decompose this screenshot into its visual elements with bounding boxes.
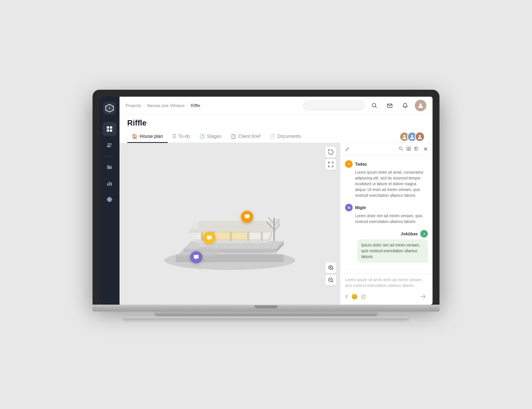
message-text-2: Lorem dolor nim ad minim veniam, quis no… bbox=[345, 213, 428, 225]
breadcrumb-projects[interactable]: Projects bbox=[126, 103, 141, 108]
canvas-area[interactable] bbox=[120, 143, 340, 305]
svg-rect-3 bbox=[107, 129, 109, 132]
tab-house-plan-label: House plan bbox=[140, 134, 163, 139]
breadcrumb-current: Riffle bbox=[191, 103, 200, 108]
svg-point-10 bbox=[372, 104, 376, 107]
todo-icon: ☰ bbox=[172, 134, 177, 139]
stages-icon: 🕐 bbox=[199, 134, 205, 139]
hashtag-icon[interactable]: # bbox=[345, 293, 348, 300]
sidebar bbox=[99, 97, 120, 305]
tab-house-plan[interactable]: 🏠 House plan bbox=[127, 131, 168, 143]
tab-client-brief-label: Client brief bbox=[238, 134, 260, 139]
user-avatar[interactable] bbox=[415, 100, 426, 111]
documents-icon: 📄 bbox=[269, 134, 275, 139]
sidebar-item-settings[interactable] bbox=[103, 193, 116, 206]
chat-message-3: J Jokūbas Ipsum dolor nim ad minim venia… bbox=[345, 230, 428, 263]
svg-point-6 bbox=[110, 143, 112, 145]
tab-todo-label: To-do bbox=[178, 134, 190, 139]
project-header: Riffle 🏠 House plan ☰ To-do 🕐 Stages bbox=[120, 115, 433, 143]
house-3d-model bbox=[153, 172, 307, 276]
svg-point-16 bbox=[419, 135, 421, 137]
tab-stages-label: Stages bbox=[207, 134, 221, 139]
chat-message-1: T Tadas Lorem ipsum dolor sit amet, cons… bbox=[345, 160, 428, 198]
project-title: Riffle bbox=[127, 119, 425, 127]
chat-input-toolbar: # 😊 @ bbox=[345, 292, 428, 302]
chat-input-area: Lorem ipsum sit amet dnim ad minim venia… bbox=[340, 273, 433, 305]
expand-tool[interactable] bbox=[325, 159, 336, 170]
sidebar-divider bbox=[105, 156, 114, 156]
sender-name-jokubas: Jokūbas bbox=[401, 231, 418, 236]
svg-rect-8 bbox=[109, 182, 110, 186]
chat-panel: ⤢ bbox=[340, 143, 433, 305]
message-sender-tadas: T Tadas bbox=[345, 160, 428, 168]
message-text-1: Lorem ipsum dolor sit amet, consectetur … bbox=[345, 169, 428, 198]
zoom-in-button[interactable] bbox=[325, 262, 336, 273]
project-tabs: 🏠 House plan ☰ To-do 🕐 Stages 📋 bbox=[127, 131, 425, 143]
tab-documents[interactable]: 📄 Documents bbox=[265, 131, 305, 143]
svg-marker-23 bbox=[197, 247, 212, 249]
screen-bezel: Projects › Namas prie Vilniaus › Riffle bbox=[93, 90, 439, 305]
message-sender-migle: M Miglė bbox=[345, 204, 428, 211]
search-button[interactable] bbox=[369, 100, 380, 111]
chat-search-icon[interactable] bbox=[399, 146, 403, 152]
svg-rect-9 bbox=[111, 183, 112, 186]
sender-avatar-tadas: T bbox=[345, 160, 353, 168]
breadcrumb-sep2: › bbox=[187, 103, 189, 108]
svg-rect-52 bbox=[407, 147, 411, 150]
sidebar-item-chart[interactable] bbox=[103, 176, 116, 190]
sender-name-migle: Miglė bbox=[355, 205, 366, 210]
expand-icon[interactable]: ⤢ bbox=[345, 146, 350, 152]
sidebar-item-grid[interactable] bbox=[103, 122, 116, 136]
laptop-stand bbox=[154, 312, 378, 316]
sender-avatar-migle: M bbox=[345, 204, 353, 211]
zoom-out-button[interactable] bbox=[325, 275, 336, 285]
comment-marker-1[interactable] bbox=[241, 211, 253, 223]
send-button[interactable] bbox=[418, 292, 428, 302]
logo[interactable] bbox=[103, 102, 116, 114]
top-bar: Projects › Namas prie Vilniaus › Riffle bbox=[120, 97, 433, 115]
screen: Projects › Namas prie Vilniaus › Riffle bbox=[99, 97, 433, 305]
svg-point-15 bbox=[411, 135, 413, 137]
rotate-tool[interactable] bbox=[325, 147, 336, 158]
search-input[interactable] bbox=[303, 101, 365, 111]
top-bar-actions bbox=[303, 100, 426, 111]
svg-marker-36 bbox=[199, 221, 272, 231]
chat-header: ⤢ bbox=[340, 143, 433, 156]
mention-icon[interactable]: @ bbox=[361, 293, 366, 300]
notification-button[interactable] bbox=[399, 100, 411, 111]
chat-input-text[interactable]: Lorem ipsum sit amet dnim ad minim venia… bbox=[345, 277, 428, 288]
svg-line-51 bbox=[402, 149, 403, 151]
chat-tag-icon[interactable] bbox=[414, 146, 419, 152]
message-sender-jokubas: J Jokūbas bbox=[401, 230, 428, 238]
svg-point-13 bbox=[419, 104, 422, 106]
svg-rect-7 bbox=[107, 183, 108, 186]
laptop-foot bbox=[123, 316, 409, 319]
member-avatar-3[interactable] bbox=[415, 132, 425, 142]
sidebar-item-users[interactable] bbox=[103, 138, 116, 152]
sender-avatar-jokubas: J bbox=[420, 230, 428, 238]
chat-filter-icon[interactable] bbox=[406, 146, 411, 152]
message-bubble-jokubas: Ipsum dolor nim ad minim veniam, quis no… bbox=[357, 239, 428, 263]
sender-name-tadas: Tadas bbox=[355, 162, 367, 166]
tab-client-brief[interactable]: 📋 Client brief bbox=[226, 131, 265, 143]
svg-line-49 bbox=[332, 281, 333, 282]
svg-line-11 bbox=[375, 107, 377, 108]
tab-todo[interactable]: ☰ To-do bbox=[168, 131, 195, 143]
emoji-icon[interactable]: 😊 bbox=[351, 293, 358, 300]
svg-point-14 bbox=[404, 135, 406, 137]
svg-rect-1 bbox=[107, 126, 109, 129]
laptop-container: Projects › Namas prie Vilniaus › Riffle bbox=[93, 90, 439, 319]
chat-close-button[interactable]: ✕ bbox=[423, 146, 428, 152]
canvas-zoom-tools bbox=[325, 262, 336, 285]
tab-members bbox=[399, 132, 425, 142]
svg-rect-2 bbox=[110, 126, 112, 129]
sidebar-item-folder[interactable] bbox=[103, 160, 116, 174]
mail-button[interactable] bbox=[384, 100, 396, 111]
long-message: Lorem ipsum sit amet dnim ad minim venia… bbox=[345, 270, 428, 273]
breadcrumb-namas[interactable]: Namas prie Vilniaus bbox=[147, 103, 185, 108]
tab-stages[interactable]: 🕐 Stages bbox=[195, 131, 226, 143]
svg-point-5 bbox=[108, 143, 110, 145]
house-visual bbox=[120, 143, 340, 305]
svg-point-50 bbox=[399, 147, 402, 149]
laptop-base bbox=[93, 305, 439, 312]
